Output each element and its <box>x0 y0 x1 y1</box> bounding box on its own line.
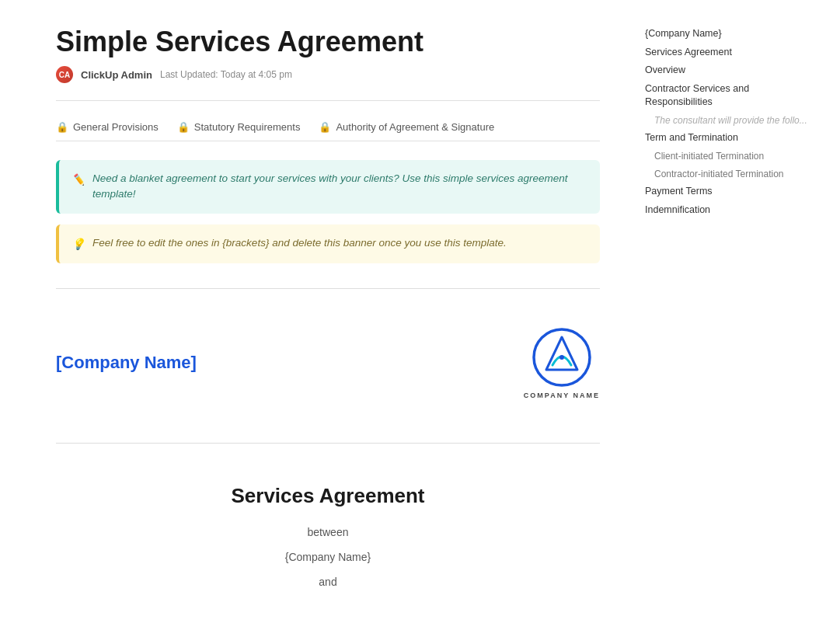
svg-marker-1 <box>546 337 577 370</box>
sub-links-row: 🔒 General Provisions 🔒 Statutory Require… <box>56 113 600 141</box>
author-name: ClickUp Admin <box>81 69 152 81</box>
section-divider-2 <box>56 443 600 444</box>
main-content: Simple Services Agreement CA ClickUp Adm… <box>0 0 637 623</box>
page-title: Simple Services Agreement <box>56 25 600 58</box>
toc-item[interactable]: Payment Terms <box>645 183 808 201</box>
toc-list: {Company Name}Services AgreementOverview… <box>645 25 808 219</box>
toc-item[interactable]: The consultant will provide the follo... <box>645 112 808 130</box>
document-line3: and <box>56 573 600 590</box>
logo-container: COMPANY NAME <box>524 326 600 399</box>
sub-link-label-1: General Provisions <box>73 121 159 133</box>
title-divider <box>56 100 600 101</box>
toc-item[interactable]: Client-initiated Termination <box>645 148 808 165</box>
lock-icon-1: 🔒 <box>56 121 68 133</box>
logo-label: COMPANY NAME <box>524 392 600 399</box>
section-divider-1 <box>56 288 600 289</box>
company-header: [Company Name] COMPANY NAME <box>56 314 600 418</box>
last-updated: Last Updated: Today at 4:05 pm <box>160 69 292 80</box>
toc-item[interactable]: Contractor-initiated Termination <box>645 165 808 183</box>
sub-link-label-3: Authority of Agreement & Signature <box>336 121 494 133</box>
company-logo <box>531 326 593 388</box>
edit-icon: ✏️ <box>71 172 85 188</box>
right-sidebar: {Company Name}Services AgreementOverview… <box>637 0 824 623</box>
avatar: CA <box>56 66 73 83</box>
toc-item[interactable]: Services Agreement <box>645 44 808 62</box>
toc-item[interactable]: Term and Termination <box>645 129 808 148</box>
toc-item[interactable]: Contractor Services and Responsibilities <box>645 80 808 112</box>
meta-row: CA ClickUp Admin Last Updated: Today at … <box>56 66 600 83</box>
tip-banner-text: Feel free to edit the ones in {brackets}… <box>92 235 507 251</box>
toc-item[interactable]: Overview <box>645 61 808 80</box>
svg-point-2 <box>559 355 564 360</box>
toc-item[interactable]: Indemnification <box>645 201 808 220</box>
info-banner-text: Need a blanket agreement to start your s… <box>92 171 587 203</box>
sub-link-authority[interactable]: 🔒 Authority of Agreement & Signature <box>319 121 494 133</box>
info-banner: ✏️ Need a blanket agreement to start you… <box>56 160 600 214</box>
lock-icon-3: 🔒 <box>319 121 331 133</box>
document-content: Services Agreement between {Company Name… <box>56 468 600 614</box>
document-title: Services Agreement <box>56 484 600 508</box>
lightbulb-icon: 💡 <box>71 236 85 252</box>
lock-icon-2: 🔒 <box>177 121 190 133</box>
sub-link-general-provisions[interactable]: 🔒 General Provisions <box>56 121 159 133</box>
sub-link-label-2: Statutory Requirements <box>194 121 301 133</box>
document-line1: between <box>56 524 600 541</box>
company-name-link[interactable]: [Company Name] <box>56 353 197 373</box>
sub-link-statutory[interactable]: 🔒 Statutory Requirements <box>177 121 301 133</box>
tip-banner: 💡 Feel free to edit the ones in {bracket… <box>56 224 600 263</box>
toc-item[interactable]: {Company Name} <box>645 25 808 44</box>
document-line2: {Company Name} <box>56 548 600 566</box>
